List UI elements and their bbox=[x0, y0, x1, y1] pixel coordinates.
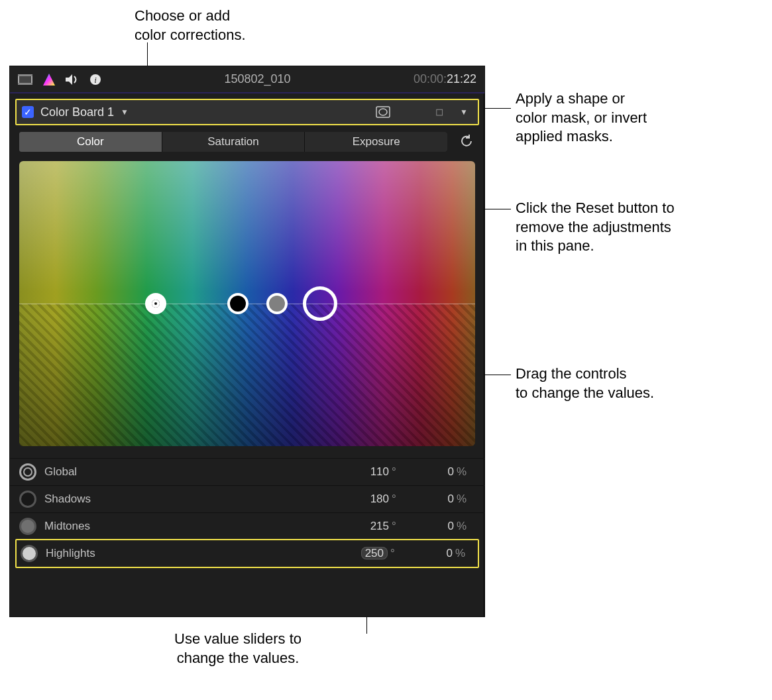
callout-top: Choose or addcolor corrections. bbox=[135, 7, 246, 44]
shadows-icon bbox=[19, 491, 36, 508]
pct-value[interactable]: 0 bbox=[408, 493, 454, 506]
tab-color[interactable]: Color bbox=[19, 132, 162, 152]
row-label: Highlights bbox=[46, 547, 341, 560]
row-highlights: Highlights 250° 0% bbox=[15, 539, 479, 568]
hue-value[interactable]: 180 bbox=[343, 493, 389, 506]
svg-marker-5 bbox=[66, 74, 72, 85]
tab-saturation[interactable]: Saturation bbox=[162, 132, 305, 152]
pct-value[interactable]: 0 bbox=[408, 465, 454, 479]
row-label: Midtones bbox=[44, 520, 343, 533]
row-label: Global bbox=[44, 465, 343, 479]
callout-mask: Apply a shape orcolor mask, or invertapp… bbox=[516, 89, 647, 146]
reset-button[interactable] bbox=[459, 134, 475, 150]
degree-unit: ° bbox=[389, 520, 408, 533]
color-inspector-panel: i 150802_010 00:00:21:22 ✓ Color Board 1… bbox=[9, 66, 485, 617]
svg-point-9 bbox=[379, 109, 387, 115]
effect-header-row: ✓ Color Board 1 ▼ ◇ ▼ bbox=[15, 99, 479, 125]
callout-reset: Click the Reset button toremove the adju… bbox=[516, 199, 675, 256]
keyframe-menu-chevron-icon[interactable]: ▼ bbox=[455, 103, 472, 121]
color-board[interactable] bbox=[19, 161, 475, 446]
global-icon bbox=[19, 463, 36, 481]
pane-segmented-control: Color Saturation Exposure bbox=[19, 132, 447, 152]
row-global: Global 110° 0% bbox=[10, 458, 484, 485]
degree-unit: ° bbox=[389, 493, 408, 506]
puck-shadows[interactable] bbox=[227, 293, 248, 314]
degree-unit: ° bbox=[389, 465, 408, 479]
clip-name: 150802_010 bbox=[101, 72, 414, 86]
callout-sliders: Use value sliders tochange the values. bbox=[174, 630, 302, 668]
color-icon[interactable] bbox=[43, 74, 55, 86]
hue-value-selected[interactable]: 250 bbox=[341, 547, 388, 560]
svg-rect-2 bbox=[18, 74, 32, 76]
svg-rect-1 bbox=[19, 76, 31, 84]
midtones-icon bbox=[19, 518, 36, 535]
highlights-icon bbox=[21, 545, 38, 562]
percent-unit: % bbox=[454, 493, 472, 506]
hue-value[interactable]: 110 bbox=[343, 465, 389, 479]
value-sliders-list: Global 110° 0% Shadows 180° 0% Midtones … bbox=[10, 458, 484, 568]
pct-value[interactable]: 0 bbox=[406, 547, 453, 560]
timecode: 00:00:21:22 bbox=[414, 72, 476, 86]
keyframe-button[interactable]: ◇ bbox=[428, 100, 453, 125]
pct-value[interactable]: 0 bbox=[408, 520, 454, 533]
percent-unit: % bbox=[454, 465, 472, 479]
effect-enable-checkbox[interactable]: ✓ bbox=[22, 106, 34, 118]
hue-value[interactable]: 215 bbox=[343, 520, 389, 533]
chevron-down-icon[interactable]: ▼ bbox=[121, 107, 129, 117]
puck-midtones[interactable] bbox=[266, 293, 288, 314]
svg-text:i: i bbox=[94, 75, 97, 85]
row-label: Shadows bbox=[44, 493, 343, 506]
svg-rect-3 bbox=[18, 83, 32, 85]
callout-drag: Drag the controlsto change the values. bbox=[516, 365, 654, 402]
video-icon[interactable] bbox=[18, 74, 32, 85]
effect-name-dropdown[interactable]: Color Board 1 bbox=[40, 105, 114, 119]
svg-marker-4 bbox=[43, 74, 55, 86]
pane-selector-row: Color Saturation Exposure bbox=[19, 132, 475, 152]
lower-half-hatch bbox=[19, 304, 475, 446]
info-icon[interactable]: i bbox=[89, 74, 101, 86]
percent-unit: % bbox=[454, 520, 472, 533]
mask-button[interactable] bbox=[374, 103, 392, 121]
color-board-container bbox=[19, 161, 475, 446]
puck-highlights[interactable] bbox=[303, 286, 337, 321]
tab-exposure[interactable]: Exposure bbox=[305, 132, 447, 152]
panel-top-bar: i 150802_010 00:00:21:22 bbox=[10, 66, 484, 93]
row-midtones: Midtones 215° 0% bbox=[10, 512, 484, 540]
row-shadows: Shadows 180° 0% bbox=[10, 485, 484, 512]
audio-icon[interactable] bbox=[66, 74, 79, 85]
degree-unit: ° bbox=[388, 547, 406, 560]
percent-unit: % bbox=[453, 547, 471, 560]
